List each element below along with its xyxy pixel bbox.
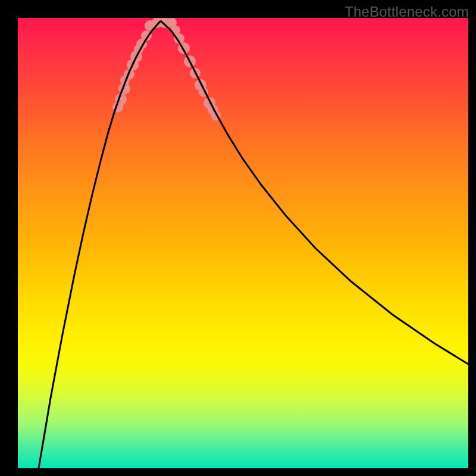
curve-layer: [18, 18, 468, 468]
curve-right-branch: [161, 21, 468, 364]
marker-points: [112, 18, 221, 121]
chart-frame: TheBottleneck.com: [0, 0, 476, 476]
plot-area: [18, 18, 468, 468]
curve-left-branch: [39, 21, 161, 468]
